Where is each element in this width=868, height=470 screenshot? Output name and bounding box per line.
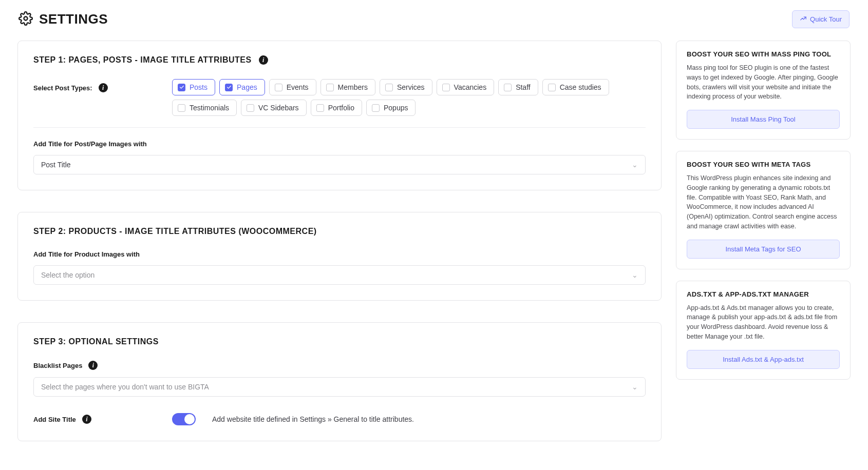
- blacklist-pages-label: Blacklist Pages: [33, 362, 82, 369]
- step2-title: STEP 2: PRODUCTS - IMAGE TITLE ATTRIBUTE…: [33, 227, 646, 236]
- blacklist-pages-select[interactable]: Select the pages where you don't want to…: [33, 377, 646, 397]
- post-type-chip[interactable]: Vacancies: [437, 79, 495, 95]
- post-type-label: Services: [397, 83, 425, 91]
- gear-icon: [18, 11, 33, 28]
- checkbox-icon: [548, 84, 556, 91]
- post-type-chip[interactable]: Posts: [172, 79, 215, 95]
- step2-card: STEP 2: PRODUCTS - IMAGE TITLE ATTRIBUTE…: [17, 212, 662, 301]
- sidebar-install-button[interactable]: Install Meta Tags for SEO: [687, 240, 840, 259]
- sidebar-promo-card: BOOST YOUR SEO WITH META TAGSThis WordPr…: [676, 151, 851, 269]
- info-icon[interactable]: i: [259, 55, 268, 65]
- post-type-label: Vacancies: [454, 83, 487, 91]
- sidebar-promo-card: ADS.TXT & APP-ADS.TXT MANAGERApp-ads.txt…: [676, 281, 851, 380]
- add-title-product-placeholder: Select the option: [41, 271, 95, 279]
- post-type-label: Popups: [384, 104, 408, 112]
- divider: [33, 127, 646, 128]
- add-site-title-desc: Add website title defined in Settings » …: [212, 415, 414, 423]
- checkbox-icon: [275, 84, 282, 91]
- step3-title-text: STEP 3: OPTIONAL SETTINGS: [33, 337, 159, 346]
- step1-card: STEP 1: PAGES, POSTS - IMAGE TITLE ATTRI…: [17, 41, 662, 190]
- post-type-chip-group: PostsPagesEventsMembersServicesVacancies…: [172, 79, 646, 116]
- step1-title-text: STEP 1: PAGES, POSTS - IMAGE TITLE ATTRI…: [33, 55, 252, 65]
- sidebar-install-button[interactable]: Install Mass Ping Tool: [687, 110, 840, 129]
- post-type-label: Members: [338, 83, 368, 91]
- add-site-title-label: Add Site Title: [33, 416, 76, 423]
- post-type-chip[interactable]: Portfolio: [311, 100, 362, 116]
- checkbox-icon: [504, 84, 512, 91]
- step3-card: STEP 3: OPTIONAL SETTINGS Blacklist Page…: [17, 322, 662, 441]
- add-title-post-value: Post Title: [41, 161, 71, 169]
- sidebar-card-desc: This WordPress plugin enhances site inde…: [687, 173, 840, 231]
- post-type-label: VC Sidebars: [258, 104, 299, 112]
- post-type-chip[interactable]: Members: [320, 79, 375, 95]
- post-type-label: Portfolio: [328, 104, 354, 112]
- checkbox-icon: [442, 84, 450, 91]
- tour-icon: [800, 15, 807, 24]
- sidebar-card-desc: App-ads.txt & Ads.txt manager allows you…: [687, 303, 840, 342]
- chevron-down-icon: ⌄: [632, 383, 638, 391]
- sidebar-promo-card: BOOST YOUR SEO WITH MASS PING TOOLMass p…: [676, 41, 851, 140]
- quick-tour-label: Quick Tour: [810, 15, 842, 23]
- checkbox-icon: [316, 104, 324, 112]
- post-type-chip[interactable]: Services: [380, 79, 432, 95]
- post-type-chip[interactable]: VC Sidebars: [241, 100, 307, 116]
- chevron-down-icon: ⌄: [632, 161, 638, 169]
- step2-title-text: STEP 2: PRODUCTS - IMAGE TITLE ATTRIBUTE…: [33, 227, 317, 236]
- post-type-chip[interactable]: Events: [269, 79, 316, 95]
- step3-title: STEP 3: OPTIONAL SETTINGS: [33, 337, 646, 346]
- info-icon[interactable]: i: [88, 361, 98, 370]
- post-type-label: Testimonials: [190, 104, 229, 112]
- checkbox-icon: [178, 104, 185, 112]
- sidebar-card-title: BOOST YOUR SEO WITH MASS PING TOOL: [687, 50, 840, 58]
- checkbox-icon: [247, 104, 254, 112]
- post-type-label: Events: [287, 83, 309, 91]
- select-post-types-label: Select Post Types:: [33, 84, 92, 92]
- blacklist-pages-placeholder: Select the pages where you don't want to…: [41, 383, 209, 391]
- add-title-post-label: Add Title for Post/Page Images with: [33, 140, 646, 148]
- sidebar-card-desc: Mass ping tool for SEO plugin is one of …: [687, 63, 840, 102]
- post-type-label: Posts: [190, 83, 207, 91]
- post-type-label: Pages: [237, 83, 257, 91]
- add-title-product-label: Add Title for Product Images with: [33, 250, 646, 258]
- chevron-down-icon: ⌄: [632, 271, 638, 279]
- sidebar-card-title: ADS.TXT & APP-ADS.TXT MANAGER: [687, 290, 840, 298]
- page-title: SETTINGS: [39, 11, 108, 27]
- add-site-title-toggle[interactable]: [172, 413, 196, 425]
- checkbox-icon: [326, 84, 334, 91]
- quick-tour-button[interactable]: Quick Tour: [792, 10, 850, 28]
- checkbox-icon: [178, 84, 185, 91]
- post-type-chip[interactable]: Case studies: [542, 79, 609, 95]
- info-icon[interactable]: i: [99, 83, 108, 92]
- post-type-label: Staff: [516, 83, 531, 91]
- step1-title: STEP 1: PAGES, POSTS - IMAGE TITLE ATTRI…: [33, 55, 646, 65]
- info-icon[interactable]: i: [82, 415, 91, 424]
- svg-point-0: [24, 16, 28, 20]
- post-type-chip[interactable]: Popups: [366, 100, 416, 116]
- add-title-product-select[interactable]: Select the option ⌄: [33, 265, 646, 285]
- checkbox-icon: [225, 84, 233, 91]
- checkbox-icon: [372, 104, 380, 112]
- checkbox-icon: [385, 84, 393, 91]
- sidebar-card-title: BOOST YOUR SEO WITH META TAGS: [687, 161, 840, 168]
- post-type-chip[interactable]: Pages: [219, 79, 265, 95]
- sidebar-install-button[interactable]: Install Ads.txt & App-ads.txt: [687, 350, 840, 369]
- post-type-chip[interactable]: Testimonials: [172, 100, 237, 116]
- post-type-label: Case studies: [560, 83, 601, 91]
- post-type-chip[interactable]: Staff: [498, 79, 538, 95]
- add-title-post-select[interactable]: Post Title ⌄: [33, 155, 646, 174]
